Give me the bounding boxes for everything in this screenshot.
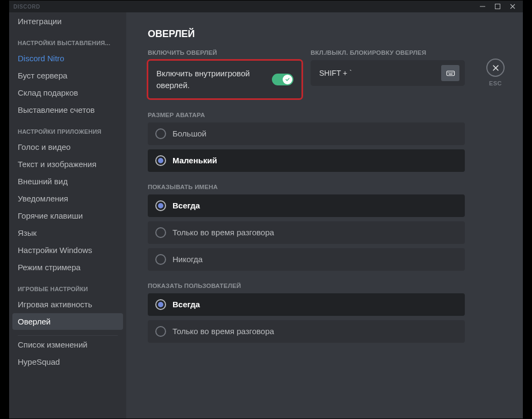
sidebar-item[interactable]: Текст и изображения [12, 156, 123, 172]
sidebar-item[interactable]: Режим стримера [12, 259, 123, 276]
settings-main: ESC ОВЕРЛЕЙ ВКЛЮЧИТЬ ОВЕРЛЕЙ Включить вн… [126, 12, 523, 418]
radio-icon [155, 200, 166, 211]
sidebar-item[interactable]: Уведомления [12, 190, 123, 207]
lock-heading: ВКЛ./ВЫКЛ. БЛОКИРОВКУ ОВЕРЛЕЯ [311, 49, 465, 56]
radio-label: Большой [172, 129, 206, 138]
top-row: ВКЛЮЧИТЬ ОВЕРЛЕЙ Включить внутриигровой … [148, 49, 465, 99]
app-body: ИнтеграцииНАСТРОЙКИ ВЫСТАВЛЕНИЯ...Discor… [9, 12, 523, 418]
sidebar-item[interactable]: Discord Nitro [12, 50, 123, 67]
lock-col: ВКЛ./ВЫКЛ. БЛОКИРОВКУ ОВЕРЛЕЯ SHIFT + ` [311, 49, 465, 99]
radio-icon [155, 227, 166, 238]
sidebar-item[interactable]: Оверлей [12, 313, 123, 330]
keyboard-icon [446, 69, 455, 78]
names-option[interactable]: Всегда [148, 194, 465, 217]
show-users-group: ПОКАЗАТЬ ПОЛЬЗОВАТЕЛЕЙ ВсегдаТолько во в… [148, 283, 465, 343]
enable-col: ВКЛЮЧИТЬ ОВЕРЛЕЙ Включить внутриигровой … [148, 49, 302, 99]
svg-rect-6 [452, 72, 453, 73]
sidebar-item[interactable]: Игровая активность [12, 296, 123, 313]
avatar-size-group: РАЗМЕР АВАТАРА БольшойМаленький [148, 112, 465, 172]
radio-label: Только во время разговора [172, 327, 274, 336]
radio-label: Всегда [172, 201, 200, 210]
avatar-option[interactable]: Большой [148, 122, 465, 145]
toggle-knob [283, 75, 292, 84]
close-button[interactable] [509, 3, 516, 10]
enable-heading: ВКЛЮЧИТЬ ОВЕРЛЕЙ [148, 49, 302, 56]
sidebar-item[interactable]: Горячие клавиши [12, 207, 123, 224]
users-option[interactable]: Только во время разговора [148, 320, 465, 343]
sidebar-heading: НАСТРОЙКИ ВЫСТАВЛЕНИЯ... [12, 30, 123, 49]
esc-button[interactable] [486, 59, 505, 77]
hotkey-value: SHIFT + ` [319, 69, 352, 77]
hotkey-card[interactable]: SHIFT + ` [311, 60, 465, 86]
sidebar-item[interactable]: Буст сервера [12, 67, 123, 84]
names-option[interactable]: Только во время разговора [148, 221, 465, 244]
avatar-heading: РАЗМЕР АВАТАРА [148, 112, 465, 118]
sidebar-item[interactable]: Выставление счетов [12, 102, 123, 118]
sidebar-heading: ИГРОВЫЕ НАСТРОЙКИ [12, 276, 123, 295]
sidebar-item[interactable]: Язык [12, 225, 123, 241]
svg-rect-3 [448, 72, 448, 73]
radio-label: Только во время разговора [172, 228, 274, 237]
svg-rect-7 [448, 74, 452, 74]
app-window: DISCORD ИнтеграцииНАСТРОЙКИ ВЫСТАВЛЕНИЯ.… [9, 0, 523, 419]
titlebar: DISCORD [9, 1, 523, 12]
show-names-group: ПОКАЗЫВАТЬ ИМЕНА ВсегдаТолько во время р… [148, 184, 465, 271]
names-heading: ПОКАЗЫВАТЬ ИМЕНА [148, 184, 465, 190]
names-option[interactable]: Никогда [148, 248, 465, 271]
sidebar-item[interactable]: Список изменений [12, 336, 123, 353]
window-controls [479, 3, 519, 10]
content: ОВЕРЛЕЙ ВКЛЮЧИТЬ ОВЕРЛЕЙ Включить внутри… [148, 28, 465, 343]
avatar-option[interactable]: Маленький [148, 149, 465, 172]
radio-icon [155, 299, 166, 310]
svg-rect-5 [451, 72, 451, 73]
radio-label: Никогда [172, 255, 203, 264]
sidebar-item[interactable]: Настройки Windows [12, 242, 123, 258]
sidebar-item[interactable]: Внешний вид [12, 173, 123, 190]
sidebar-item[interactable]: HypeSquad [12, 353, 123, 370]
page-title: ОВЕРЛЕЙ [148, 28, 465, 40]
brand-label: DISCORD [13, 4, 40, 10]
minimize-button[interactable] [479, 3, 486, 10]
radio-icon [155, 155, 166, 166]
sidebar-item[interactable]: Склад подарков [12, 84, 123, 101]
sidebar-item[interactable]: Голос и видео [12, 139, 123, 155]
radio-label: Маленький [172, 156, 217, 165]
svg-rect-1 [495, 4, 500, 9]
users-heading: ПОКАЗАТЬ ПОЛЬЗОВАТЕЛЕЙ [148, 283, 465, 289]
radio-icon [155, 254, 166, 265]
enable-overlay-text: Включить внутриигровой оверлей. [156, 68, 258, 91]
svg-rect-2 [447, 71, 454, 76]
users-option[interactable]: Всегда [148, 293, 465, 316]
esc-label: ESC [489, 80, 502, 86]
settings-sidebar[interactable]: ИнтеграцииНАСТРОЙКИ ВЫСТАВЛЕНИЯ...Discor… [9, 12, 126, 418]
svg-rect-4 [449, 72, 450, 73]
enable-overlay-toggle[interactable] [272, 74, 293, 85]
enable-overlay-card[interactable]: Включить внутриигровой оверлей. [148, 60, 302, 99]
radio-icon [155, 326, 166, 337]
radio-label: Всегда [172, 300, 200, 309]
hotkey-record-button[interactable] [441, 65, 459, 81]
maximize-button[interactable] [494, 3, 501, 10]
sidebar-heading: НАСТРОЙКИ ПРИЛОЖЕНИЯ [12, 119, 123, 138]
svg-rect-0 [480, 6, 485, 7]
sidebar-separator [18, 335, 118, 336]
radio-icon [155, 128, 166, 139]
esc-control: ESC [486, 59, 505, 86]
sidebar-item[interactable]: Интеграции [12, 13, 123, 30]
